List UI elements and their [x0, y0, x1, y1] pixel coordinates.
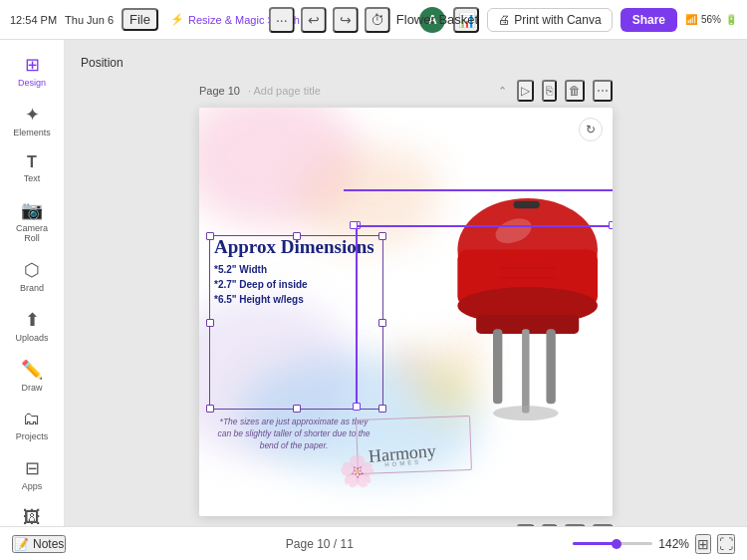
battery-level: 56% [701, 14, 721, 25]
canvas-wrapper: Page 10 · Add page title ⌃ ▷ ⎘ 🗑 ⋯ [81, 80, 731, 526]
page11-delete-button[interactable]: 🗑 [565, 524, 585, 526]
notes-icon: 📝 [14, 537, 29, 551]
wifi-icon: 📶 [685, 14, 697, 25]
sidebar-item-brand[interactable]: ⬡ Brand [4, 253, 60, 299]
grid-view-button[interactable]: ⊞ [695, 534, 711, 554]
zoom-level-label: 142% [658, 537, 689, 551]
page10-copy-button[interactable]: ⎘ [542, 80, 557, 102]
page10-more-button[interactable]: ⋯ [593, 80, 613, 102]
camera-roll-icon: 📷 [21, 199, 43, 221]
canvas-page-10[interactable]: Approx Dimensions *5.2" Width *2.7" Deep… [199, 108, 613, 516]
page11-play-button[interactable]: ▷ [517, 524, 534, 526]
print-canva-label: Print with Canva [514, 13, 601, 27]
zoom-slider[interactable] [573, 542, 652, 545]
sidebar-item-projects[interactable]: 🗂 Projects [4, 403, 60, 447]
svg-rect-6 [522, 329, 530, 413]
file-menu-button[interactable]: File [122, 8, 158, 31]
left-sidebar: ⊞ Design ✦ Elements T Text 📷 Camera Roll… [0, 40, 65, 526]
page11-header-row: Page 11 · Add page title ⌄ ▷ ⎘ 🗑 ⋯ [199, 524, 613, 526]
page10-collapse-button[interactable]: ⌃ [496, 83, 509, 100]
projects-icon: 🗂 [23, 409, 41, 429]
print-icon: 🖨 [498, 13, 510, 27]
sidebar-item-photos[interactable]: 🖼 Photos [4, 501, 60, 526]
page10-header-row: Page 10 · Add page title ⌃ ▷ ⎘ 🗑 ⋯ [199, 80, 613, 102]
refresh-button[interactable]: ↻ [579, 118, 603, 141]
disclaimer-text: *The sizes are just approximate as they … [214, 417, 374, 452]
text-icon: T [27, 153, 37, 171]
zoom-controls: 142% ⊞ ⛶ [573, 534, 735, 554]
notes-button[interactable]: 📝 Notes [12, 535, 66, 553]
sidebar-label-uploads: Uploads [15, 333, 48, 343]
battery-display: 📶 56% 🔋 [685, 14, 737, 25]
apps-icon: ⊟ [25, 457, 40, 479]
draw-icon: ✏️ [21, 359, 43, 381]
top-bar-center: ··· ↩ ↪ ⏱ Flower Basket [269, 7, 478, 33]
sidebar-label-design: Design [18, 78, 46, 88]
top-bar: 12:54 PM Thu Jun 6 File ⚡ Resize & Magic… [0, 0, 747, 40]
page10-add-title[interactable]: · Add page title [248, 85, 321, 97]
sidebar-item-elements[interactable]: ✦ Elements [4, 98, 60, 143]
sidebar-item-apps[interactable]: ⊟ Apps [4, 451, 60, 497]
text-content-block[interactable]: Approx Dimensions *5.2" Width *2.7" Deep… [214, 237, 378, 307]
svg-rect-4 [493, 329, 502, 404]
svg-rect-8 [514, 201, 540, 209]
lightning-icon: ⚡ [170, 13, 184, 26]
share-button[interactable]: Share [621, 8, 677, 32]
sidebar-label-draw: Draw [21, 383, 42, 393]
dim1-text: *5.2" Width [214, 262, 378, 277]
svg-point-7 [493, 406, 559, 420]
redo-button[interactable]: ↪ [333, 7, 359, 33]
fullscreen-button[interactable]: ⛶ [717, 534, 735, 554]
sidebar-item-design[interactable]: ⊞ Design [4, 48, 60, 94]
notes-label: Notes [33, 537, 64, 551]
zoom-slider-thumb[interactable] [612, 539, 622, 549]
sidebar-label-camera-roll: Camera Roll [12, 223, 52, 243]
page10-play-button[interactable]: ▷ [517, 80, 534, 102]
dimensions-text: *5.2" Width *2.7" Deep of inside *6.5" H… [214, 262, 378, 307]
page10-delete-button[interactable]: 🗑 [565, 80, 585, 102]
time-display: 12:54 PM [10, 14, 57, 26]
print-with-canva-button[interactable]: 🖨 Print with Canva [487, 8, 612, 32]
sidebar-label-apps: Apps [22, 481, 43, 491]
dim2-text: *2.7" Deep of inside [214, 277, 378, 292]
sidebar-label-text: Text [24, 173, 41, 183]
svg-rect-5 [546, 329, 555, 404]
document-title: Flower Basket [396, 12, 478, 27]
sidebar-item-text[interactable]: T Text [4, 147, 60, 189]
main-layout: ⊞ Design ✦ Elements T Text 📷 Camera Roll… [0, 40, 747, 526]
position-panel-label: Position [81, 56, 124, 70]
undo-button[interactable]: ↩ [301, 7, 327, 33]
page11-more-button[interactable]: ⋯ [593, 524, 613, 526]
page-info: Page 10 / 11 [286, 537, 354, 551]
elements-icon: ✦ [25, 104, 40, 126]
sidebar-label-elements: Elements [13, 128, 51, 138]
sidebar-item-draw[interactable]: ✏️ Draw [4, 353, 60, 399]
sidebar-item-camera-roll[interactable]: 📷 Camera Roll [4, 193, 60, 249]
floral-decoration: 🌸 [339, 453, 375, 488]
canvas-area[interactable]: Position Page 10 · Add page title ⌃ ▷ ⎘ … [65, 40, 747, 526]
sidebar-item-uploads[interactable]: ⬆ Uploads [4, 303, 60, 349]
design-icon: ⊞ [25, 54, 40, 76]
sidebar-label-projects: Projects [16, 431, 49, 441]
bottom-bar: 📝 Notes Page 10 / 11 142% ⊞ ⛶ [0, 526, 747, 560]
more-options-button[interactable]: ··· [269, 7, 295, 33]
date-display: Thu Jun 6 [65, 14, 114, 26]
page11-copy-button[interactable]: ⎘ [542, 524, 557, 526]
timer-button[interactable]: ⏱ [365, 7, 390, 33]
dim3-text: *6.5" Height w/legs [214, 292, 378, 307]
sidebar-label-brand: Brand [20, 283, 44, 293]
grill-image [423, 138, 613, 436]
page10-label: Page 10 [199, 85, 240, 97]
uploads-icon: ⬆ [25, 309, 40, 331]
photos-icon: 🖼 [23, 507, 41, 526]
brand-icon: ⬡ [24, 259, 40, 281]
battery-icon: 🔋 [725, 14, 737, 25]
approx-dimensions-heading: Approx Dimensions [214, 237, 378, 258]
zoom-slider-fill [573, 542, 617, 545]
